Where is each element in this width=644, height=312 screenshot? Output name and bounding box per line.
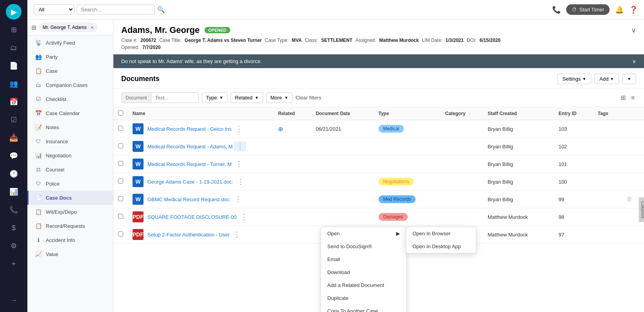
- sidebar-item-value[interactable]: 📈 Value: [27, 247, 113, 261]
- row-checkbox[interactable]: [118, 179, 123, 184]
- notification-icon[interactable]: 🔔: [615, 5, 624, 14]
- clock-nav-icon[interactable]: 🕐: [6, 166, 22, 182]
- person-nav-icon[interactable]: 👥: [6, 76, 22, 92]
- more-options-button[interactable]: ⋮: [233, 124, 245, 134]
- document-nav-icon[interactable]: 📄: [6, 58, 22, 74]
- tab-close-icon[interactable]: ×: [91, 24, 94, 31]
- row-checkbox[interactable]: [118, 161, 123, 166]
- col-document-date: Document Date: [311, 107, 373, 120]
- tags-cell: [593, 208, 622, 226]
- settings-button[interactable]: Settings ▼: [557, 74, 591, 84]
- doc-name[interactable]: Medical Records Request - Adams, M: [147, 144, 233, 150]
- document-filter-input[interactable]: [151, 93, 198, 103]
- sidebar-item-checklist[interactable]: ☑ Checklist: [27, 92, 113, 106]
- sidebar-item-case-docs[interactable]: 📄 Case Docs: [27, 191, 113, 205]
- sidebar-item-case-calendar[interactable]: 📅 Case Calendar: [27, 106, 113, 120]
- documents-section: Documents Settings ▼ Add ▼ ▼: [113, 68, 644, 312]
- more-options-button[interactable]: ⋮: [238, 212, 250, 222]
- more-options-button[interactable]: ⋮: [234, 141, 246, 151]
- sidebar-item-accident-info[interactable]: ℹ Accident Info: [27, 233, 113, 247]
- chat-nav-icon[interactable]: 💬: [6, 148, 22, 164]
- type-filter-dropdown[interactable]: Type ▼: [202, 92, 228, 103]
- phone-nav-icon[interactable]: 📞: [6, 202, 22, 218]
- start-timer-button[interactable]: ⏱ Start Timer: [566, 4, 610, 15]
- related-plus-icon[interactable]: ⊕: [278, 126, 283, 132]
- ctx-copy[interactable]: Copy To Another Case: [321, 305, 406, 312]
- sidebar-item-police[interactable]: 🛡 Police: [27, 177, 113, 191]
- sidebar-tab-item[interactable]: Mr. George T. Adams ×: [39, 23, 98, 32]
- search-button[interactable]: 🔍: [157, 6, 165, 13]
- dollar-nav-icon[interactable]: $: [6, 220, 22, 236]
- grid-nav-icon[interactable]: ⊞: [6, 22, 22, 38]
- ctx-open[interactable]: Open ▶: [321, 227, 406, 240]
- negotiation-icon: 📊: [35, 152, 42, 159]
- related-filter-dropdown[interactable]: Related ▼: [231, 92, 263, 103]
- related-cell: [273, 173, 311, 191]
- doc-name[interactable]: Medical Records Request - Geico Ins: [147, 126, 231, 132]
- sidebar-item-wit-exp-depo[interactable]: 📋 Wit/Exp/Depo: [27, 205, 113, 219]
- more-options-button[interactable]: ⋮: [232, 194, 244, 204]
- search-input[interactable]: [77, 5, 155, 14]
- delete-icon[interactable]: 🗑: [626, 196, 633, 202]
- row-checkbox[interactable]: [118, 231, 123, 236]
- sidebar-item-record-requests[interactable]: 📋 Record/Requests: [27, 219, 113, 233]
- grid-icon[interactable]: ⊞: [31, 24, 36, 31]
- row-checkbox[interactable]: [118, 196, 123, 201]
- add-extra-button[interactable]: ▼: [622, 74, 636, 84]
- row-checkbox[interactable]: [118, 126, 123, 131]
- doc-name[interactable]: Medical Records Request - Turner, M: [147, 161, 231, 167]
- sidebar-item-case[interactable]: 📋 Case: [27, 64, 113, 78]
- help-icon[interactable]: ❓: [629, 5, 638, 14]
- gear-nav-icon[interactable]: ⚙: [6, 238, 22, 254]
- grid-view-button[interactable]: ⊞: [619, 92, 627, 103]
- more-options-button[interactable]: ⋮: [233, 159, 245, 169]
- case-collapse-icon[interactable]: ∨: [631, 26, 636, 34]
- ctx-email[interactable]: Email: [321, 253, 406, 266]
- alert-collapse-icon[interactable]: ∨: [632, 58, 636, 64]
- ctx-add-related[interactable]: Add a Related Document: [321, 279, 406, 292]
- doc-type-icon: W: [133, 159, 144, 170]
- more-filter-dropdown[interactable]: More ▼: [266, 92, 293, 103]
- play-icon[interactable]: ▶: [6, 4, 22, 20]
- checklist-nav-icon[interactable]: ☑: [6, 112, 22, 128]
- assigned-label: Assigned:: [355, 38, 376, 43]
- inbox-nav-icon[interactable]: 📥: [6, 130, 22, 146]
- phone-topbar-icon[interactable]: 📞: [552, 5, 561, 14]
- sidebar-item-counsel[interactable]: ⚖ Counsel: [27, 162, 113, 177]
- police-label: Police: [46, 181, 59, 187]
- row-checkbox[interactable]: [118, 143, 123, 148]
- chart-nav-icon[interactable]: 📊: [6, 184, 22, 200]
- table-row: W Medical Records Request - Geico Ins ⋮ …: [113, 120, 644, 138]
- ctx-docusign[interactable]: Send to DocuSign®: [321, 240, 406, 253]
- sidebar-item-negotiation[interactable]: 📊 Negotiation: [27, 148, 113, 162]
- ctx-duplicate[interactable]: Duplicate: [321, 292, 406, 305]
- row-checkbox[interactable]: [118, 214, 123, 219]
- doc-name[interactable]: George Adams Case - 1-19-2021.doc:: [147, 179, 233, 185]
- doc-name[interactable]: Setup 2-Factor Authentication - User: [147, 232, 230, 238]
- sidebar-item-activity-feed[interactable]: 📡 Activity Feed: [27, 36, 113, 50]
- activity-feed-label: Activity Feed: [46, 40, 75, 46]
- add-button[interactable]: Add ▼: [594, 74, 619, 84]
- exit-nav-icon[interactable]: →: [6, 292, 22, 308]
- list-view-button[interactable]: ≡: [630, 92, 636, 103]
- select-all-checkbox[interactable]: [118, 110, 123, 115]
- briefcase-nav-icon[interactable]: 🗂: [6, 40, 22, 56]
- plus-nav-icon[interactable]: +: [6, 256, 22, 272]
- calendar-nav-icon[interactable]: 📅: [6, 94, 22, 110]
- doc-name[interactable]: GBMC Medical Record Request.doc:: [147, 197, 231, 202]
- search-filter-select[interactable]: All Cases Contacts Documents: [34, 4, 74, 15]
- sidebar-item-notes[interactable]: 📝 Notes: [27, 120, 113, 134]
- related-cell: [273, 155, 311, 173]
- sidebar-item-companion-cases[interactable]: 🗂 Companion Cases: [27, 78, 113, 92]
- sub-open-browser[interactable]: Open In Browser: [406, 227, 476, 240]
- columns-tab[interactable]: Columns: [639, 197, 644, 222]
- sidebar-item-party[interactable]: 👥 Party: [27, 50, 113, 64]
- more-options-button[interactable]: ⋮: [231, 229, 243, 240]
- doc-type-icon: PDF: [133, 211, 144, 222]
- doc-name[interactable]: SQUARE FOOTAGE DISCLOSURE-00: [147, 214, 237, 220]
- ctx-download[interactable]: Download: [321, 266, 406, 279]
- sidebar-item-insurance[interactable]: 🛡 Insurance: [27, 134, 113, 148]
- clear-filters-button[interactable]: Clear filters: [296, 95, 321, 101]
- more-options-button[interactable]: ⋮: [235, 177, 247, 187]
- sub-open-desktop[interactable]: Open In Desktop App: [406, 240, 476, 253]
